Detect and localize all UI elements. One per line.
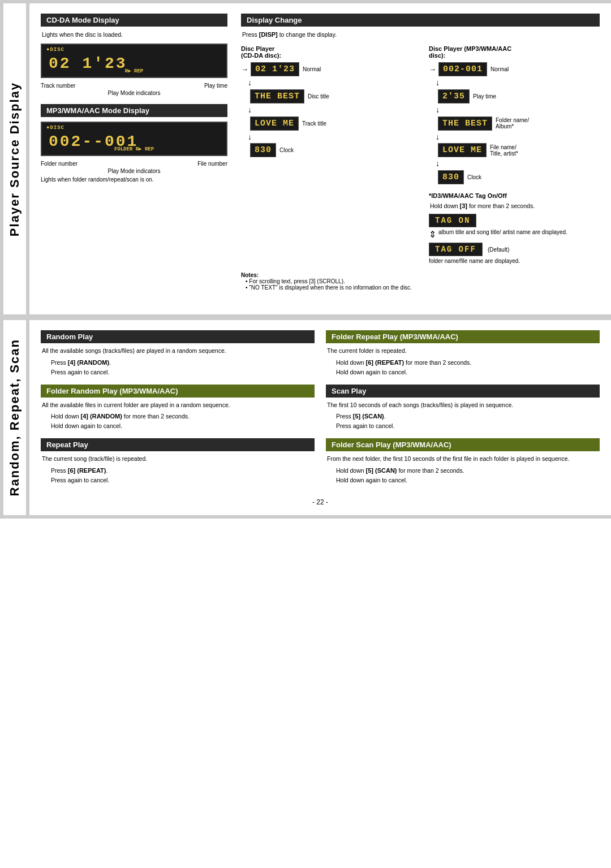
- display-change-header: Display Change: [241, 14, 600, 27]
- folder-random-play-header: Folder Random Play (MP3/WMA/AAC): [41, 385, 315, 398]
- repeat-play-section: Repeat Play The current song (track/file…: [41, 438, 315, 485]
- mp3-lcd-3: LOVE ME: [438, 143, 487, 157]
- mp3-down-4: ↓: [436, 159, 600, 169]
- mp3-flow-col-title: Disc Player (MP3/WMA/AACdisc):: [429, 45, 600, 59]
- cdda-header: CD-DA Mode Display: [41, 14, 227, 27]
- cdda-flow-row-2: LOVE ME Track title: [241, 116, 412, 131]
- tag-off-desc: (Default): [488, 247, 509, 253]
- cdda-label-1: Disc title: [308, 93, 329, 100]
- cdda-label-left: Track number: [41, 83, 75, 89]
- folder-repeat-line2: Hold down again to cancel.: [327, 368, 599, 377]
- bottom-content-area: Random Play All the available songs (tra…: [29, 320, 611, 515]
- repeat-play-desc: The current song (track/file) is repeate…: [41, 454, 315, 463]
- mp3-flow-row-3: LOVE ME File name/Title, artist*: [429, 143, 600, 157]
- cdda-section: CD-DA Mode Display Lights when the disc …: [41, 14, 227, 96]
- page-number: - 22 -: [41, 493, 600, 508]
- folder-repeat-play-header: Folder Repeat Play (MP3/WMA/AAC): [326, 330, 600, 343]
- tag-instruction: Hold down [3] for more than 2 seconds.: [429, 201, 600, 211]
- mp3-label-right: File number: [197, 161, 227, 167]
- mp3-down-3: ↓: [436, 132, 600, 142]
- folder-repeat-play-body: Hold down [6] (REPEAT) for more than 2 s…: [326, 358, 600, 377]
- section-divider: [0, 314, 611, 320]
- mp3-lcd-0: 002-001: [438, 62, 487, 76]
- repeat-play-line2: Press again to cancel.: [42, 476, 313, 485]
- mp3-label-left: Folder number: [41, 161, 78, 167]
- mp3-lcd-1: 2'35: [438, 89, 470, 103]
- cdda-label-0: Normal: [303, 66, 321, 72]
- note-item-1: "NO TEXT" is displayed when there is no …: [246, 284, 600, 291]
- mp3-disc-indicator: ●DISC: [46, 125, 64, 131]
- scan-play-body: Press [5] (SCAN). Press again to cancel.: [326, 412, 600, 430]
- top-right-col: Display Change Press [DISP] to change th…: [241, 14, 600, 299]
- folder-scan-line2: Hold down again to cancel.: [327, 476, 599, 485]
- cdda-label-right: Play time: [204, 83, 227, 89]
- scan-play-header: Scan Play: [326, 385, 600, 398]
- tag-on-desc-row: ⇕ album title and song title/ artist nam…: [429, 229, 600, 240]
- mp3-down-1: ↓: [436, 78, 600, 88]
- random-play-desc: All the available songs (tracks/files) a…: [41, 346, 315, 355]
- bottom-two-col: Random Play All the available songs (tra…: [41, 330, 600, 493]
- random-play-line2: Press again to cancel.: [42, 368, 313, 377]
- tag-off-row: TAG OFF (Default): [429, 243, 600, 256]
- cdda-lcd-3: 830: [250, 143, 276, 157]
- cdda-down-2: ↓: [248, 105, 412, 115]
- scan-play-line2: Press again to cancel.: [327, 421, 599, 430]
- cdda-flow-col-title: Disc Player(CD-DA disc):: [241, 45, 412, 59]
- sidebar-random-repeat-label: Random, Repeat, Scan: [7, 339, 22, 496]
- tag-updown-arrow: ⇕: [429, 229, 436, 240]
- mp3-section: MP3/WMA/AAC Mode Display ●DISC 002--001 …: [41, 104, 227, 183]
- bottom-right-col: Folder Repeat Play (MP3/WMA/AAC) The cur…: [326, 330, 600, 493]
- cdda-sub-indicator: R▶ REP: [125, 68, 143, 74]
- mp3-flow-row-0: → 002-001 Normal: [429, 62, 600, 76]
- note-item-0: For scrolling text, press [3] (SCROLL).: [246, 278, 600, 284]
- folder-scan-play-body: Hold down [5] (SCAN) for more than 2 sec…: [326, 466, 600, 485]
- mp3-lcd-2: THE BEST: [438, 116, 492, 131]
- cdda-main-display: 02 1'23: [49, 55, 127, 72]
- mp3-flow-col: Disc Player (MP3/WMA/AACdisc): → 002-001…: [429, 45, 600, 264]
- cdda-arrow-0: →: [241, 65, 248, 74]
- sidebar-random-repeat: Random, Repeat, Scan: [0, 320, 29, 515]
- notes-section: Notes: For scrolling text, press [3] (SC…: [241, 272, 600, 291]
- cdda-label-3: Clock: [279, 147, 294, 153]
- display-change-desc: Press [DISP] to change the display.: [241, 30, 600, 40]
- mp3-flow-row-4: 830 Clock: [429, 170, 600, 184]
- folder-random-play-desc: All the available files in current folde…: [41, 400, 315, 409]
- mp3-label-4: Clock: [467, 174, 481, 180]
- top-left-col: CD-DA Mode Display Lights when the disc …: [41, 14, 227, 299]
- folder-scan-play-header: Folder Scan Play (MP3/WMA/AAC): [326, 438, 600, 451]
- mp3-label-0: Normal: [490, 66, 509, 72]
- folder-scan-play-desc: From the next folder, the first 10 secon…: [326, 454, 600, 463]
- display-change-section: Display Change Press [DISP] to change th…: [241, 14, 600, 291]
- bottom-border: [0, 515, 611, 519]
- tag-on-display: TAG ON: [429, 214, 476, 227]
- cdda-display-diagram: ●DISC 02 1'23 R▶ REP Track number Play t…: [41, 44, 227, 96]
- mp3-lcd-4: 830: [438, 170, 464, 184]
- bottom-section: Random, Repeat, Scan Random Play All the…: [0, 320, 611, 515]
- mp3-display-diagram: ●DISC 002--001 FOLDER R▶ REP Folder numb…: [41, 122, 227, 183]
- mp3-label-2: Folder name/Album*: [496, 117, 529, 129]
- tag-on-row: TAG ON: [429, 214, 600, 227]
- cdda-label-2: Track title: [302, 120, 326, 127]
- repeat-play-line1: Press [6] (REPEAT).: [42, 466, 313, 476]
- folder-random-play-section: Folder Random Play (MP3/WMA/AAC) All the…: [41, 385, 315, 431]
- cdda-lcd-2: LOVE ME: [250, 116, 299, 131]
- tag-on-desc: album title and song title/ artist name …: [438, 229, 567, 235]
- mp3-down-2: ↓: [436, 105, 600, 115]
- cdda-lcd-1: THE BEST: [250, 89, 304, 103]
- sidebar-player-source-label: Player Source Display: [7, 82, 22, 236]
- tag-off-display: TAG OFF: [429, 243, 483, 256]
- mp3-label-center: Play Mode indicators: [41, 168, 227, 174]
- mp3-label-3: File name/Title, artist*: [490, 144, 518, 157]
- mp3-lcd: ●DISC 002--001 FOLDER R▶ REP: [41, 122, 227, 156]
- cdda-flow-row-1: THE BEST Disc title: [241, 89, 412, 103]
- random-play-line1: Press [4] (RANDOM).: [42, 358, 313, 368]
- folder-repeat-line1: Hold down [6] (REPEAT) for more than 2 s…: [327, 358, 599, 368]
- folder-repeat-play-desc: The current folder is repeated.: [326, 346, 600, 355]
- folder-scan-line1: Hold down [5] (SCAN) for more than 2 sec…: [327, 466, 599, 476]
- top-content-area: CD-DA Mode Display Lights when the disc …: [29, 3, 611, 314]
- folder-random-line2: Hold down again to cancel.: [42, 421, 313, 430]
- folder-random-line1: Hold down [4] (RANDOM) for more than 2 s…: [42, 412, 313, 421]
- folder-random-play-body: Hold down [4] (RANDOM) for more than 2 s…: [41, 412, 315, 430]
- random-play-body: Press [4] (RANDOM). Press again to cance…: [41, 358, 315, 377]
- mp3-labels-row: Folder number File number: [41, 161, 227, 167]
